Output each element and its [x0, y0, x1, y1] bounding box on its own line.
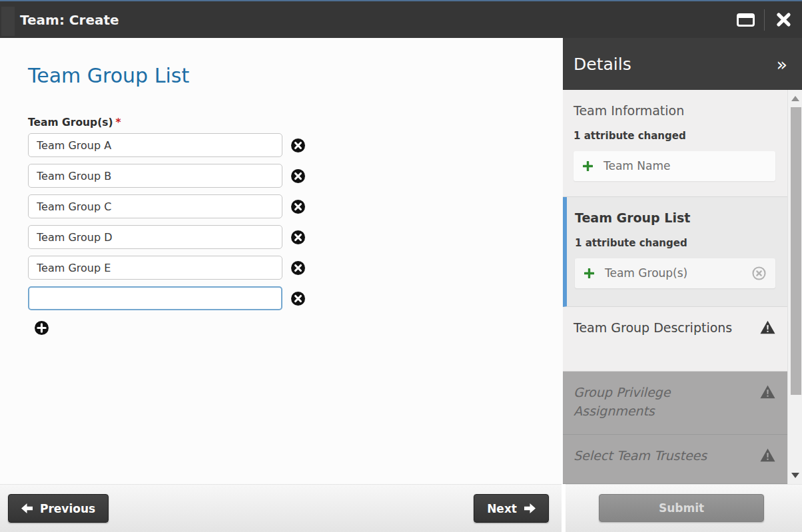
remove-group-button-3[interactable]	[291, 200, 305, 214]
arrow-right-icon	[524, 503, 536, 513]
maximize-icon	[737, 13, 755, 27]
section-title: Team Group List	[575, 209, 690, 228]
changed-attribute-card-team-name: Team Name	[574, 151, 775, 181]
section-title: Team Group Descriptions	[574, 319, 732, 338]
required-marker: *	[116, 117, 121, 129]
team-group-row	[28, 194, 563, 218]
close-icon	[776, 12, 791, 27]
team-group-input-6-focused[interactable]	[28, 286, 282, 310]
team-group-row	[28, 256, 563, 280]
changed-attribute-label: Team Name	[603, 159, 671, 172]
submit-button[interactable]: Submit	[599, 494, 764, 522]
details-section-group-privilege-assignments: Group Privilege Assignments	[563, 372, 787, 435]
details-section-select-team-trustees: Select Team Trustees	[563, 435, 787, 484]
previous-button-label: Previous	[40, 502, 95, 515]
warning-icon	[760, 448, 775, 465]
submit-button-label: Submit	[659, 501, 704, 515]
team-group-input-4[interactable]	[28, 225, 282, 249]
scroll-up-icon[interactable]	[791, 96, 799, 101]
team-group-list	[28, 133, 563, 310]
next-button-label: Next	[487, 502, 517, 515]
team-group-row	[28, 164, 563, 188]
attributes-changed-status: 1 attribute changed	[574, 130, 775, 142]
added-plus-icon	[583, 161, 593, 171]
field-label-text: Team Group(s)	[28, 117, 113, 129]
details-section-team-information[interactable]: Team Information 1 attribute changed Tea…	[563, 90, 787, 197]
details-header: Details »	[563, 38, 802, 90]
team-group-input-5[interactable]	[28, 256, 282, 280]
remove-circle-icon	[291, 261, 305, 275]
titlebar-accent	[1, 7, 15, 36]
window-controls	[727, 1, 802, 38]
main-content: Team Group List Team Group(s)*	[0, 38, 563, 484]
remove-circle-icon	[291, 138, 305, 152]
remove-group-button-2[interactable]	[291, 169, 305, 183]
remove-circle-icon	[291, 292, 305, 306]
section-title: Team Information	[574, 102, 684, 121]
team-group-row	[28, 133, 563, 157]
details-body: Team Information 1 attribute changed Tea…	[563, 90, 802, 484]
next-button[interactable]: Next	[474, 494, 549, 523]
warning-icon	[760, 320, 775, 337]
added-plus-icon	[584, 268, 594, 278]
collapse-panel-icon[interactable]: »	[776, 55, 787, 73]
add-group-button[interactable]	[35, 321, 49, 335]
window-title: Team: Create	[20, 12, 119, 28]
section-title: Select Team Trustees	[574, 447, 707, 465]
remove-circle-icon	[291, 230, 305, 244]
warning-icon	[760, 385, 775, 401]
remove-circle-icon	[291, 200, 305, 214]
remove-group-button-5[interactable]	[291, 261, 305, 275]
footer-bar: Previous Next Submit	[0, 484, 802, 532]
maximize-button[interactable]	[727, 1, 764, 38]
scroll-down-icon[interactable]	[791, 473, 799, 478]
team-group-input-2[interactable]	[28, 164, 282, 188]
remove-group-button-6[interactable]	[291, 292, 305, 306]
field-label: Team Group(s)*	[28, 117, 563, 129]
details-panel: Details » Team Information 1 attribute c…	[563, 38, 802, 484]
footer-submit-area: Submit	[566, 484, 802, 532]
previous-button[interactable]: Previous	[8, 494, 109, 523]
details-scroll-content: Team Information 1 attribute changed Tea…	[563, 90, 787, 484]
arrow-left-icon	[21, 503, 33, 513]
add-circle-icon	[35, 321, 49, 335]
remove-group-button-4[interactable]	[291, 230, 305, 244]
close-button[interactable]	[765, 1, 802, 38]
details-section-team-group-descriptions[interactable]: Team Group Descriptions	[563, 307, 787, 372]
remove-circle-icon	[291, 169, 305, 183]
changed-attribute-card-team-groups: Team Group(s)	[575, 258, 775, 288]
team-create-window: Team: Create Team Group List Team Group(…	[0, 0, 802, 532]
team-group-input-1[interactable]	[28, 133, 282, 157]
section-title: Group Privilege Assignments	[574, 384, 733, 420]
team-group-row	[28, 286, 563, 310]
undo-change-icon[interactable]	[752, 266, 766, 280]
team-group-input-3[interactable]	[28, 194, 282, 218]
titlebar: Team: Create	[0, 0, 802, 38]
details-scrollbar[interactable]	[787, 90, 802, 484]
team-group-row	[28, 225, 563, 249]
scrollbar-thumb[interactable]	[791, 107, 801, 395]
details-title: Details	[574, 55, 631, 74]
footer-wizard-buttons: Previous Next	[0, 484, 562, 532]
attributes-changed-status: 1 attribute changed	[575, 237, 775, 249]
details-section-team-group-list-active[interactable]: Team Group List 1 attribute changed Team…	[563, 197, 787, 307]
remove-group-button-1[interactable]	[291, 138, 305, 152]
changed-attribute-label: Team Group(s)	[605, 266, 687, 280]
page-title: Team Group List	[28, 63, 563, 89]
